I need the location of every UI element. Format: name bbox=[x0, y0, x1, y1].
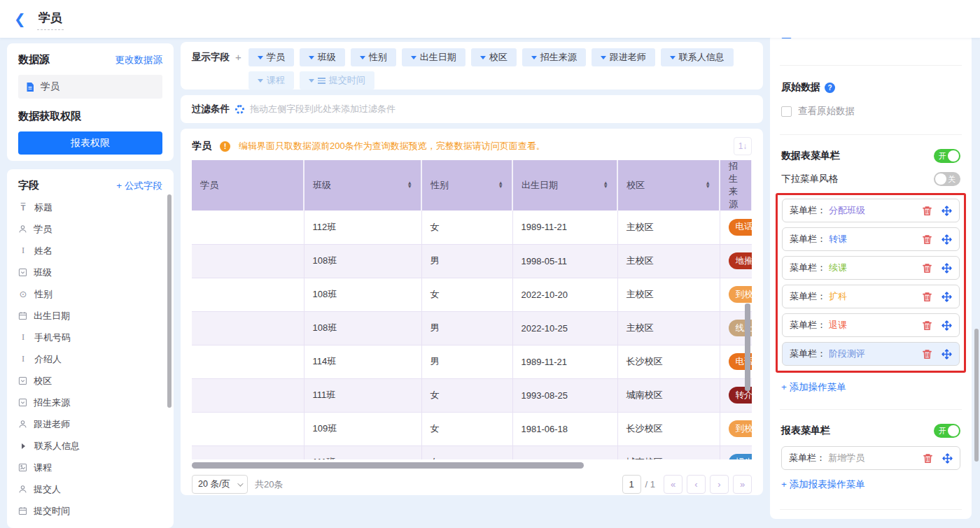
add-display-field-icon[interactable]: + bbox=[235, 48, 241, 83]
trash-icon[interactable] bbox=[923, 453, 933, 464]
move-icon[interactable] bbox=[941, 206, 952, 216]
menu-item-expand-subject[interactable]: 菜单栏：扩科 bbox=[782, 285, 960, 308]
dropdown-style-toggle-off[interactable]: 关 bbox=[934, 172, 960, 186]
chip-gender[interactable]: 性别 bbox=[351, 48, 396, 66]
table-row: 112班女1989-11-21主校区电话 bbox=[192, 211, 752, 244]
move-icon[interactable] bbox=[941, 292, 952, 302]
field-item-phone[interactable]: I手机号码 bbox=[18, 327, 162, 348]
move-icon[interactable] bbox=[941, 234, 952, 245]
field-item-submitter[interactable]: 提交人 bbox=[18, 478, 162, 500]
column-header-source[interactable]: 招生来源 bbox=[720, 160, 752, 211]
chip-campus[interactable]: 校区 bbox=[471, 48, 517, 66]
column-header-campus[interactable]: 校区▲▼ bbox=[617, 160, 720, 211]
add-formula-field-link[interactable]: + 公式字段 bbox=[116, 180, 162, 192]
sort-icon[interactable]: ▲▼ bbox=[498, 182, 503, 188]
field-item-source[interactable]: 招生来源 bbox=[18, 392, 162, 413]
report-permission-button[interactable]: 报表权限 bbox=[18, 131, 162, 155]
menu-item-assign-class[interactable]: 菜单栏：分配班级 bbox=[782, 199, 960, 222]
table-vertical-scrollbar[interactable] bbox=[745, 304, 750, 391]
back-icon[interactable]: ❮ bbox=[14, 12, 26, 26]
add-menu-link[interactable]: + 添加操作菜单 bbox=[781, 381, 960, 394]
page-size-select[interactable]: 20 条/页 bbox=[192, 475, 248, 494]
next-page-button[interactable]: › bbox=[710, 475, 729, 494]
table-menu-toggle-on[interactable]: 开 bbox=[934, 149, 960, 163]
field-item-teacher[interactable]: 跟进老师 bbox=[18, 413, 162, 435]
move-icon[interactable] bbox=[942, 453, 953, 464]
chip-source[interactable]: 招生来源 bbox=[522, 48, 586, 66]
settings-panel: ✓ 数据… 原始数据 ? 查看原始数据 数据表菜单栏 开 下拉菜单风格 关 菜单… bbox=[770, 34, 972, 519]
menu-item-add-student[interactable]: 菜单栏：新增学员 bbox=[781, 446, 960, 470]
sort-icon[interactable]: ▲▼ bbox=[603, 182, 608, 188]
move-icon[interactable] bbox=[941, 263, 952, 273]
chip-contact[interactable]: 联系人信息 bbox=[661, 48, 734, 66]
person-icon bbox=[18, 420, 27, 429]
table-row: 111班女1993-08-25城南校区转介 bbox=[192, 378, 752, 412]
prev-page-button[interactable]: ‹ bbox=[687, 475, 706, 494]
chip-student[interactable]: 学员 bbox=[248, 48, 294, 66]
field-item-name[interactable]: I姓名 bbox=[18, 240, 162, 262]
change-datasource-link[interactable]: 更改数据源 bbox=[115, 54, 163, 66]
trash-icon[interactable] bbox=[922, 263, 932, 273]
sort-order-button[interactable]: 1↓ bbox=[734, 137, 752, 155]
sort-icon[interactable]: ▲▼ bbox=[407, 182, 412, 188]
window-scrollbar[interactable] bbox=[974, 329, 979, 462]
field-item-course[interactable]: 课程 bbox=[18, 457, 162, 478]
table-row: 109班女1981-06-18长沙校区到校 bbox=[192, 412, 752, 445]
report-menu-toggle-on[interactable]: 开 bbox=[934, 424, 960, 438]
scrollbar-thumb[interactable] bbox=[192, 462, 584, 469]
field-item-gender[interactable]: ⊙性别 bbox=[18, 283, 162, 305]
sort-icon[interactable]: ▲▼ bbox=[706, 182, 710, 188]
field-item-contact[interactable]: 联系人信息 bbox=[18, 435, 162, 457]
column-header-gender[interactable]: 性别▲▼ bbox=[421, 160, 512, 211]
current-page-input[interactable]: 1 bbox=[622, 475, 641, 494]
warning-icon: ! bbox=[220, 141, 230, 152]
table-horizontal-scrollbar[interactable] bbox=[192, 462, 752, 469]
page-count-label: / 1 bbox=[645, 479, 655, 490]
trash-icon[interactable] bbox=[922, 206, 932, 216]
fields-scrollbar[interactable] bbox=[167, 194, 172, 408]
select-icon bbox=[18, 398, 27, 407]
filter-panel[interactable]: 过滤条件 拖动左侧字段到此处来添加过滤条件 bbox=[181, 95, 763, 123]
chip-course[interactable]: 课程 bbox=[248, 71, 294, 90]
permission-title: 数据获取权限 bbox=[18, 110, 162, 123]
field-item-title[interactable]: T标题 bbox=[18, 197, 162, 218]
checkbox-unchecked[interactable] bbox=[781, 106, 792, 117]
move-icon[interactable] bbox=[941, 349, 952, 359]
trash-icon[interactable] bbox=[922, 292, 932, 302]
field-item-birthdate[interactable]: 出生日期 bbox=[18, 305, 162, 327]
toggle-knob bbox=[935, 173, 946, 185]
field-item-campus[interactable]: 校区 bbox=[18, 370, 162, 392]
divider bbox=[780, 509, 962, 510]
field-item-student[interactable]: 学员 bbox=[18, 218, 162, 240]
datasource-item[interactable]: 学员 bbox=[18, 75, 162, 99]
chips-wrap: 学员 班级 性别 出生日期 校区 招生来源 跟进老师 联系人信息 课程 提交时间 bbox=[248, 48, 752, 83]
column-header-birthdate[interactable]: 出生日期▲▼ bbox=[512, 160, 617, 211]
last-page-button[interactable]: » bbox=[733, 475, 752, 494]
chip-birthdate[interactable]: 出生日期 bbox=[402, 48, 465, 66]
help-icon[interactable]: ? bbox=[825, 83, 835, 93]
gear-icon[interactable] bbox=[235, 105, 244, 114]
page-title[interactable]: 学员 bbox=[37, 8, 64, 30]
trash-icon[interactable] bbox=[922, 320, 932, 331]
menu-item-withdraw-course[interactable]: 菜单栏：退课 bbox=[782, 313, 960, 337]
column-header-class[interactable]: 班级▲▼ bbox=[304, 160, 421, 211]
trash-icon[interactable] bbox=[922, 234, 932, 245]
field-item-referrer[interactable]: I介绍人 bbox=[18, 348, 162, 370]
chip-teacher[interactable]: 跟进老师 bbox=[592, 48, 655, 66]
raw-data-checkbox-row[interactable]: 查看原始数据 bbox=[781, 105, 960, 117]
move-icon[interactable] bbox=[941, 320, 952, 331]
chip-submit-time[interactable]: 提交时间 bbox=[300, 71, 374, 90]
menu-item-transfer-course[interactable]: 菜单栏：转课 bbox=[782, 227, 960, 251]
field-item-class[interactable]: 班级 bbox=[18, 262, 162, 283]
field-item-submit-time[interactable]: 提交时间 bbox=[18, 500, 162, 522]
trash-icon[interactable] bbox=[922, 349, 932, 359]
table-menu-title-row: 数据表菜单栏 开 bbox=[781, 149, 960, 163]
column-header-student[interactable]: 学员 bbox=[192, 160, 304, 211]
preview-warning: 编辑界面只取数据源前200条作为查询数据预览，完整数据请访问页面查看。 bbox=[239, 140, 545, 152]
menu-item-renew-course[interactable]: 菜单栏：续课 bbox=[782, 256, 960, 280]
menu-item-stage-assessment[interactable]: 菜单栏：阶段测评 bbox=[782, 342, 960, 366]
first-page-button[interactable]: « bbox=[664, 475, 682, 494]
chip-class[interactable]: 班级 bbox=[300, 48, 345, 66]
datasource-panel: 数据源 更改数据源 学员 数据获取权限 报表权限 bbox=[7, 43, 174, 161]
add-report-menu-link[interactable]: + 添加报表操作菜单 bbox=[781, 478, 960, 491]
